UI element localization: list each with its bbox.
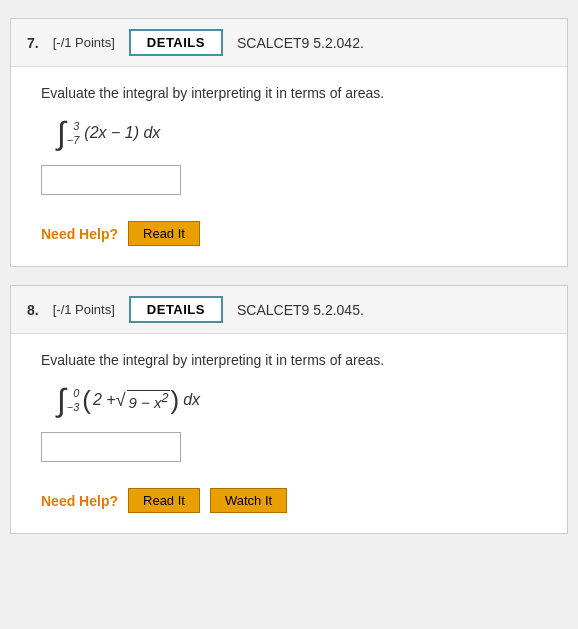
problem-8-limits: 0 −3 [67,386,80,415]
problem-7-need-help-row: Need Help? Read It [41,221,547,246]
problem-8-points: [-/1 Points] [53,302,115,317]
problem-8-sqrt-wrapper: √ 9 − x2 [116,390,171,411]
problem-8-header: 8. [-/1 Points] DETAILS SCALCET9 5.2.045… [11,286,567,334]
problem-8-integrand-prefix: 2 + [93,391,116,409]
problem-8-watch-it-button[interactable]: Watch It [210,488,287,513]
problem-7-integral-sign: ∫ [57,117,66,149]
problem-7-integral: ∫ 3 −7 (2x − 1) dx [57,117,547,149]
problem-8-integral-sign: ∫ [57,384,66,416]
problem-7-header: 7. [-/1 Points] DETAILS SCALCET9 5.2.042… [11,19,567,67]
problem-8-answer-input[interactable] [41,432,181,462]
problem-8-need-help-label: Need Help? [41,493,118,509]
problem-7-number: 7. [27,35,39,51]
problem-7-limits: 3 −7 [67,119,80,148]
problem-8-read-it-button[interactable]: Read It [128,488,200,513]
problem-8-number: 8. [27,302,39,318]
problem-8-close-paren: ) [170,387,179,413]
problem-8-integral-display: ∫ 0 −3 ( 2 + √ 9 − x2 ) dx [57,384,200,416]
problem-7-lower: −7 [67,133,80,147]
problem-7-integrand: (2x − 1) dx [84,124,160,142]
problem-8-source: SCALCET9 5.2.045. [237,302,364,318]
problem-7-integral-display: ∫ 3 −7 (2x − 1) dx [57,117,160,149]
problem-7-read-it-button[interactable]: Read It [128,221,200,246]
problem-7-answer-input[interactable] [41,165,181,195]
problem-7-card: 7. [-/1 Points] DETAILS SCALCET9 5.2.042… [10,18,568,267]
problem-8-details-button[interactable]: DETAILS [129,296,223,323]
problem-8-sqrt-content: 9 − x2 [127,390,171,411]
problem-7-instruction: Evaluate the integral by interpreting it… [41,85,547,101]
problem-8-lower: −3 [67,400,80,414]
problem-7-need-help-label: Need Help? [41,226,118,242]
problem-7-points: [-/1 Points] [53,35,115,50]
problem-8-integral: ∫ 0 −3 ( 2 + √ 9 − x2 ) dx [57,384,547,416]
problem-8-open-paren: ( [82,387,91,413]
problem-8-upper: 0 [73,386,79,400]
problem-7-details-button[interactable]: DETAILS [129,29,223,56]
problem-7-body: Evaluate the integral by interpreting it… [11,67,567,266]
problem-8-need-help-row: Need Help? Read It Watch It [41,488,547,513]
problem-7-upper: 3 [73,119,79,133]
problem-8-card: 8. [-/1 Points] DETAILS SCALCET9 5.2.045… [10,285,568,534]
problem-8-sqrt-symbol: √ [116,390,126,411]
problem-7-source: SCALCET9 5.2.042. [237,35,364,51]
problem-8-instruction: Evaluate the integral by interpreting it… [41,352,547,368]
problem-8-body: Evaluate the integral by interpreting it… [11,334,567,533]
problem-8-integrand-suffix: dx [183,391,200,409]
